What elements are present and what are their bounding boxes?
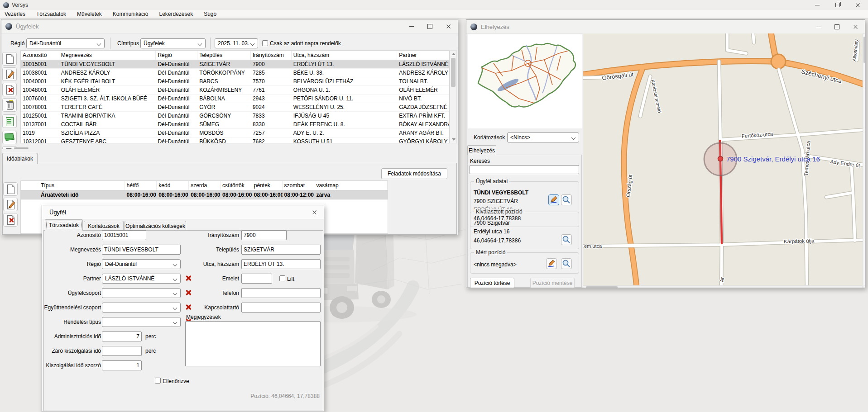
column-header[interactable]: csütörtök bbox=[221, 181, 252, 190]
elhelyezes-titlebar[interactable]: Elhelyezés bbox=[466, 20, 865, 34]
scrollbar-thumb[interactable] bbox=[451, 58, 456, 87]
table-row[interactable]: Áruátvételi idő08:00-16:0008:00-16:0008:… bbox=[21, 190, 388, 200]
tab-korlatozasok[interactable]: Korlátozások bbox=[84, 221, 124, 231]
tab-optimalizacios-koltsegek[interactable]: Optimalizációs költségek bbox=[125, 221, 186, 231]
app-minimize-button[interactable] bbox=[807, 0, 827, 10]
app-close-button[interactable] bbox=[848, 0, 868, 10]
tab-torzsadatok[interactable]: Törzsadatok bbox=[45, 219, 83, 231]
korlatozasok-select[interactable]: <Nincs> bbox=[507, 133, 579, 142]
pozicio-torlese-button[interactable]: Pozíció törlése bbox=[470, 278, 514, 288]
column-header[interactable]: Partner bbox=[397, 51, 449, 60]
partner-select[interactable]: LÁSZLÓ ISTVÁNNÉ bbox=[102, 274, 181, 284]
menu-item[interactable]: Kommunikáció bbox=[113, 11, 149, 17]
ugyfelcsoport-select[interactable] bbox=[102, 288, 181, 298]
column-header[interactable]: hétfő bbox=[125, 181, 157, 190]
zoom-to-measured-button[interactable] bbox=[561, 258, 572, 269]
table-row[interactable]: 10137001COCTAIL BÁRDél-DunántúlSÜMEG8330… bbox=[21, 120, 449, 129]
edit-record-button[interactable] bbox=[3, 198, 18, 211]
dialog-close-button[interactable] bbox=[305, 205, 324, 219]
scrollbar-thumb[interactable] bbox=[863, 37, 865, 63]
table-row[interactable]: 1019SZICÍLIA PIZZADél-DunántúlMOSDÓS7257… bbox=[21, 129, 449, 137]
edit-record-button[interactable] bbox=[2, 67, 17, 81]
column-header[interactable]: szombat bbox=[283, 181, 315, 190]
egyuttrendelesi-select[interactable] bbox=[102, 303, 181, 313]
close-button[interactable] bbox=[439, 19, 458, 33]
trash-button[interactable] bbox=[2, 98, 17, 112]
tab-idoablakok[interactable]: Időablakok bbox=[2, 153, 38, 164]
table-row[interactable]: 10078001TEREFER CAFÉDél-DunántúlGYŐR9024… bbox=[21, 103, 449, 112]
ugyfelek-titlebar[interactable]: Ügyfelek bbox=[1, 19, 458, 33]
megnevezes-input[interactable] bbox=[102, 245, 181, 255]
column-header[interactable]: Település bbox=[197, 51, 251, 60]
money-export-button[interactable] bbox=[2, 131, 17, 144]
utca-input[interactable] bbox=[241, 259, 321, 269]
only-today-checkbox[interactable] bbox=[262, 40, 268, 46]
adminisztracios-input[interactable] bbox=[102, 331, 142, 341]
column-header[interactable]: szerda bbox=[189, 181, 221, 190]
column-header[interactable]: vasárnap bbox=[314, 181, 388, 190]
clients-table-scrollbar[interactable] bbox=[450, 50, 457, 143]
iranyitoszam-input[interactable] bbox=[241, 230, 287, 240]
edit-measured-button[interactable] bbox=[546, 258, 557, 269]
column-header[interactable]: Azonosító bbox=[21, 51, 59, 60]
telefon-input[interactable] bbox=[241, 288, 321, 298]
map-hscrollbar[interactable] bbox=[583, 285, 863, 288]
column-header[interactable]: Utca, házszám bbox=[292, 51, 398, 60]
minimize-button[interactable] bbox=[809, 20, 828, 33]
table-row[interactable]: 10125001TRAMINI BORPATIKADél-DunántúlGÖR… bbox=[21, 112, 449, 120]
table-row[interactable]: 10312001GESZTENYE ABCDél-DunántúlBÜKKÖSD… bbox=[21, 137, 449, 143]
hungary-map-thumbnail[interactable] bbox=[468, 34, 582, 128]
export-document-button[interactable] bbox=[2, 114, 17, 128]
rendelesi-tipus-select[interactable] bbox=[102, 317, 181, 327]
szorzo-input[interactable] bbox=[102, 360, 142, 370]
new-record-button[interactable] bbox=[3, 182, 18, 196]
table-row[interactable]: 10015001TÜNDI VEGYESBOLTDél-DunántúlSZIG… bbox=[21, 60, 449, 69]
column-header[interactable]: Megnevezés bbox=[59, 51, 156, 60]
edit-position-button[interactable] bbox=[548, 194, 559, 205]
dialog-titlebar[interactable]: Ügyfél bbox=[42, 205, 324, 219]
lift-checkbox[interactable] bbox=[279, 275, 285, 281]
splitter-handle[interactable] bbox=[14, 147, 29, 149]
telepules-input[interactable] bbox=[241, 245, 321, 255]
ellenorizve-checkbox[interactable] bbox=[155, 378, 161, 384]
column-header[interactable]: kedd bbox=[157, 181, 189, 190]
delete-record-button[interactable] bbox=[2, 83, 17, 96]
kereses-input[interactable] bbox=[470, 165, 579, 174]
minimize-button[interactable] bbox=[402, 19, 421, 33]
map-vscrollbar[interactable] bbox=[863, 33, 865, 285]
column-header[interactable]: Régió bbox=[156, 51, 197, 60]
delete-record-button[interactable] bbox=[3, 213, 18, 227]
date-select[interactable]: 2025. 11. 03. bbox=[215, 38, 258, 48]
table-row[interactable]: 10040001KÉK EGÉR ITALBOLTDél-DunántúlBAR… bbox=[21, 77, 449, 86]
menu-item[interactable]: Műveletek bbox=[77, 11, 102, 17]
app-restore-button[interactable] bbox=[827, 0, 848, 10]
tab-elhelyezes[interactable]: Elhelyezés bbox=[467, 145, 496, 155]
maximize-button[interactable] bbox=[828, 20, 846, 33]
emelet-input[interactable] bbox=[241, 274, 272, 284]
kapcsolattarto-input[interactable] bbox=[241, 303, 321, 313]
table-row[interactable]: 10076001SZIGETI 3. SZ. ÁLT. ISKOLA BÜFÉD… bbox=[21, 95, 449, 103]
regio-select[interactable]: Dél-Dunántúl bbox=[102, 259, 181, 269]
menu-item[interactable]: Törzsadatok bbox=[36, 11, 66, 17]
zaro-input[interactable] bbox=[102, 346, 142, 356]
city-map[interactable]: Görösgali út Széchenyi utca Alkotmány Ka… bbox=[583, 33, 863, 285]
table-row[interactable]: 10048001OLÁH ELEMÉRDél-DunántúlKOZÁRMISL… bbox=[21, 86, 449, 95]
zoom-to-address-button[interactable] bbox=[561, 194, 572, 205]
regio-select[interactable]: Dél-Dunántúl bbox=[26, 38, 105, 48]
maximize-button[interactable] bbox=[421, 19, 439, 33]
close-button[interactable] bbox=[846, 20, 865, 33]
column-header[interactable]: Irányítószám bbox=[251, 51, 292, 60]
scrollbar-thumb[interactable] bbox=[586, 286, 618, 288]
azonosito-input[interactable] bbox=[102, 230, 146, 240]
column-header[interactable]: péntek bbox=[252, 181, 283, 190]
zoom-to-selected-button[interactable] bbox=[561, 234, 572, 245]
new-record-button[interactable] bbox=[2, 52, 17, 66]
cimtipus-select[interactable]: Ügyfelek bbox=[140, 38, 206, 48]
column-header[interactable]: Típus bbox=[21, 181, 125, 190]
menu-item[interactable]: Lekérdezések bbox=[159, 11, 193, 17]
menu-item[interactable]: Vezérlés bbox=[5, 11, 25, 17]
megjegyzesek-textarea[interactable] bbox=[185, 321, 321, 366]
table-row[interactable]: 10038001ANDRESZ KÁROLYDél-DunántúlTÖRÖKK… bbox=[21, 69, 449, 77]
menu-item[interactable]: Súgó bbox=[204, 11, 216, 17]
pozicio-mentese-button[interactable]: Pozíció mentése bbox=[530, 278, 575, 288]
